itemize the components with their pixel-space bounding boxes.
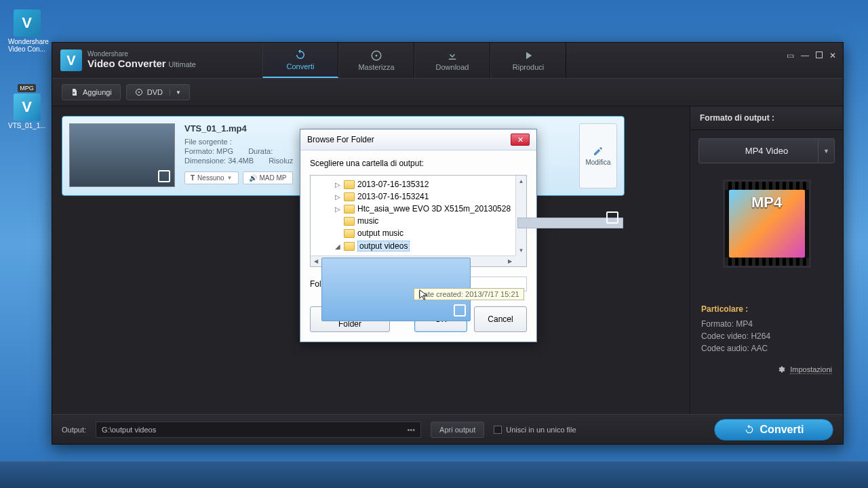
scroll-up-icon[interactable]: ▲	[516, 176, 526, 186]
minimize-button[interactable]: —	[801, 51, 809, 60]
subtitle-select[interactable]: TNessuno▼	[184, 171, 239, 184]
cancel-button[interactable]: Cancel	[474, 306, 527, 332]
expand-icon[interactable]: ▷	[334, 205, 341, 213]
refresh-icon	[744, 424, 755, 435]
folder-name: output music	[357, 228, 403, 238]
folder-tree: ▷2013-07-16-135312▷2013-07-16-153241▷Htc…	[310, 175, 527, 267]
folder-name: 2013-07-16-153241	[357, 192, 429, 201]
svg-point-1	[376, 55, 378, 57]
folder-tree-item[interactable]: ▷Htc_asia_wwe EVO 3D X515m_20130528	[311, 203, 515, 215]
detail-audio-codec: Codec audio: AAC	[701, 344, 832, 353]
scroll-right-icon[interactable]: ▶	[505, 256, 515, 266]
output-path-field[interactable]: G:\output videos •••	[96, 422, 421, 438]
disc-icon	[135, 88, 143, 96]
gear-icon	[777, 365, 785, 373]
play-icon	[522, 49, 534, 62]
refresh-icon	[294, 49, 307, 61]
titlebar: V Wondershare Video ConverterUltimate Co…	[52, 43, 843, 78]
dialog-instruction: Scegliere una cartella di output:	[310, 159, 527, 168]
menu-icon[interactable]: ▭	[787, 51, 794, 60]
download-icon	[446, 49, 458, 62]
tab-riproduci[interactable]: Riproduci	[490, 43, 566, 78]
folder-icon	[344, 180, 355, 189]
output-format-select[interactable]: MP4 Video ▼	[698, 138, 835, 163]
speaker-icon: 🔊	[249, 174, 257, 182]
expand-icon[interactable]: ▷	[334, 193, 341, 201]
convert-button[interactable]: Converti	[714, 419, 833, 441]
audio-select[interactable]: 🔊MAD MP	[243, 171, 293, 184]
toolbar: Aggiungi DVD ▼	[52, 78, 843, 106]
dialog-close-button[interactable]: ✕	[511, 134, 530, 146]
checkbox-icon	[494, 426, 502, 434]
scroll-left-icon[interactable]: ◀	[311, 256, 321, 266]
folder-tree-item[interactable]: ▷2013-07-16-135312	[311, 178, 515, 190]
desktop-icon-vts-file[interactable]: MPG V VTS_01_1...	[8, 84, 45, 129]
output-panel: Formato di output : MP4 Video ▼ MP4 Part…	[690, 106, 843, 414]
folder-icon	[344, 229, 355, 238]
folder-name: 2013-07-16-135312	[357, 180, 429, 189]
disc-icon	[370, 49, 382, 62]
pencil-icon	[593, 146, 604, 157]
desktop-icon-label: Wondershare Video Con...	[8, 38, 45, 53]
folder-tree-item[interactable]: ◢output videos	[311, 239, 515, 253]
tab-masterizza[interactable]: Masterizza	[338, 43, 414, 78]
folder-tree-item[interactable]: output music	[311, 227, 515, 239]
file-plus-icon	[71, 88, 79, 96]
desktop-icon-wondershare[interactable]: V Wondershare Video Con...	[8, 9, 45, 53]
chevron-down-icon[interactable]: ▼	[818, 139, 834, 163]
folder-icon	[344, 205, 355, 214]
chevron-down-icon[interactable]: ▼	[170, 89, 181, 96]
folder-icon	[344, 192, 355, 201]
settings-link[interactable]: Impostazioni	[790, 365, 832, 374]
browse-button[interactable]: •••	[408, 426, 416, 434]
scroll-down-icon[interactable]: ▼	[516, 245, 526, 256]
output-format-header: Formato di output :	[690, 106, 843, 130]
maximize-button[interactable]	[816, 51, 823, 60]
close-button[interactable]: ✕	[829, 51, 836, 60]
video-thumbnail[interactable]	[69, 123, 175, 187]
browse-folder-dialog: Browse For Folder ✕ Scegliere una cartel…	[300, 129, 537, 342]
add-button[interactable]: Aggiungi	[62, 84, 121, 100]
svg-point-3	[138, 92, 140, 93]
tab-download[interactable]: Download	[414, 43, 490, 78]
details-header: Particolare :	[701, 304, 832, 314]
dvd-button[interactable]: DVD ▼	[126, 84, 190, 100]
footer: Output: G:\output videos ••• Apri output…	[52, 414, 843, 444]
detail-formato: Formato: MP4	[701, 319, 832, 329]
desktop-icon-label: VTS_01_1...	[8, 122, 45, 129]
tooltip: Date created: 2013/7/17 15:21	[414, 288, 524, 300]
folder-tree-item[interactable]: ▷2013-07-16-153241	[311, 190, 515, 203]
open-output-button[interactable]: Apri output	[431, 422, 484, 438]
tab-converti[interactable]: Converti	[262, 43, 338, 78]
expand-icon[interactable]: ▷	[334, 181, 341, 188]
dialog-title: Browse For Folder	[307, 135, 374, 144]
folder-icon	[344, 242, 355, 251]
folder-tree-item[interactable]: music	[311, 215, 515, 227]
horizontal-scrollbar[interactable]: ◀ ▶	[311, 256, 515, 266]
app-logo: V Wondershare Video ConverterUltimate	[60, 49, 196, 71]
output-label: Output:	[62, 426, 86, 434]
vertical-scrollbar[interactable]: ▲ ▼	[515, 176, 526, 256]
folder-name: output videos	[357, 241, 410, 251]
folder-name: Htc_asia_wwe EVO 3D X515m_20130528	[357, 204, 511, 214]
folder-icon	[344, 217, 355, 226]
expand-icon[interactable]: ◢	[334, 243, 341, 250]
folder-name: music	[357, 216, 378, 226]
format-preview: MP4	[723, 180, 811, 268]
detail-video-codec: Codec video: H264	[701, 331, 832, 341]
scroll-thumb[interactable]	[517, 218, 623, 228]
edit-button[interactable]: Modifica	[579, 123, 617, 188]
taskbar[interactable]	[0, 461, 868, 488]
dialog-titlebar[interactable]: Browse For Folder ✕	[300, 129, 536, 150]
merge-checkbox[interactable]: Unisci in un unico file	[494, 426, 576, 434]
